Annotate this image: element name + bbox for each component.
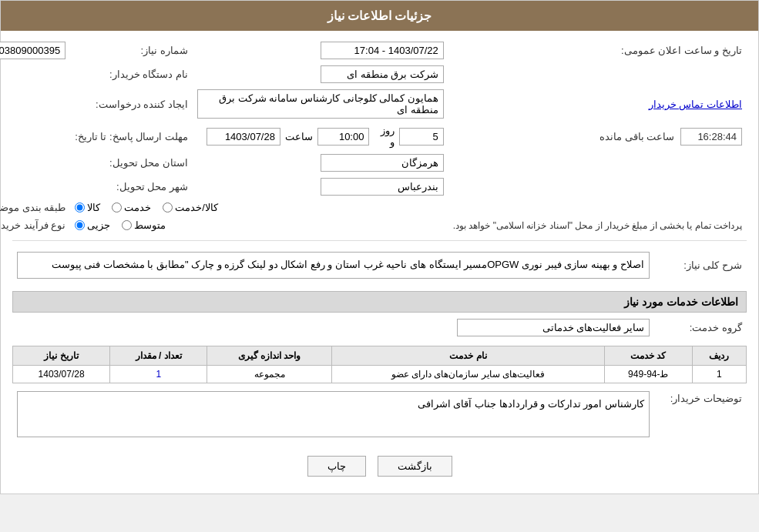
services-section-title: اطلاعات خدمات مورد نیاز <box>12 291 747 313</box>
process-label: نوع فرآیند خرید : <box>0 216 70 234</box>
category-khedmat[interactable]: خدمت <box>112 202 151 213</box>
deadline-date: 1403/07/28 <box>207 128 280 146</box>
cell-qty: 1 <box>110 365 207 383</box>
buyer-desc-label: توضیحات خریدار: <box>654 388 747 440</box>
cell-date: 1403/07/28 <box>13 365 110 383</box>
services-table: ردیف کد خدمت نام خدمت واحد اندازه گیری ت… <box>12 346 747 383</box>
deadline-days-label: روز و <box>374 125 394 148</box>
tender-number-value: 1103003809000395 <box>0 42 65 59</box>
category-khedmat-label: خدمت <box>124 202 151 213</box>
category-kala-label: کالا <box>87 202 100 213</box>
category-label: طبقه بندی موضوعی: <box>0 199 70 216</box>
creator-label: ایجاد کننده درخواست: <box>70 86 193 122</box>
description-value: اصلاح و بهینه سازی فیبر نوری OPGWمسیر ای… <box>17 252 650 279</box>
col-name: نام خدمت <box>331 346 604 365</box>
province-value: هرمزگان <box>321 154 444 172</box>
creator-value: همایون کمالی کلوجانی کارشناس سامانه شرکت… <box>197 89 444 119</box>
cell-name: فعالیت‌های سایر سازمان‌های دارای عضو <box>331 365 604 383</box>
deadline-remaining-label: ساعت باقی مانده <box>599 131 674 142</box>
col-unit: واحد اندازه گیری <box>207 346 332 365</box>
deadline-days: 5 <box>399 128 444 146</box>
description-label: شرح کلی نیاز: <box>654 246 747 285</box>
back-button[interactable]: بازگشت <box>378 456 452 477</box>
service-group-label: گروه خدمت: <box>654 316 747 340</box>
buyer-org-value: شرکت برق منطقه ای <box>321 65 444 83</box>
process-jozi[interactable]: جزیی <box>75 219 110 231</box>
city-value: بندرعباس <box>321 178 444 196</box>
cell-code: ط-94-949 <box>605 365 693 383</box>
process-jozi-label: جزیی <box>87 219 110 231</box>
col-date: تاریخ نیاز <box>13 346 110 365</box>
province-label: استان محل تحویل: <box>70 151 193 175</box>
col-qty: تعداد / مقدار <box>110 346 207 365</box>
button-row: بازگشت چاپ <box>12 447 747 486</box>
cell-unit: مجموعه <box>207 365 332 383</box>
page-title: جزئیات اطلاعات نیاز <box>327 9 432 22</box>
buyer-org-label: نام دستگاه خریدار: <box>70 62 193 86</box>
cell-row: 1 <box>692 365 746 383</box>
category-kala-khedmat[interactable]: کالا/خدمت <box>163 202 218 213</box>
category-kala-khedmat-label: کالا/خدمت <box>175 202 218 213</box>
deadline-remaining: 16:28:44 <box>680 128 742 146</box>
process-note: پرداخت تمام یا بخشی از مبلغ خریدار از مح… <box>453 220 742 231</box>
buyer-desc-value: کارشناس امور تدارکات و قراردادها جناب آق… <box>17 391 650 437</box>
deadline-time: 10:00 <box>317 128 370 146</box>
contact-link[interactable]: اطلاعات تماس خریدار <box>649 99 742 110</box>
category-kala[interactable]: کالا <box>75 202 100 213</box>
print-button[interactable]: چاپ <box>307 456 366 477</box>
col-code: کد خدمت <box>605 346 693 365</box>
deadline-label: مهلت ارسال پاسخ: تا تاریخ: <box>70 122 193 151</box>
service-group-value: سایر فعالیت‌های خدماتی <box>457 319 650 336</box>
page-header: جزئیات اطلاعات نیاز <box>1 1 758 31</box>
process-motavaset[interactable]: متوسط <box>122 219 166 231</box>
table-row: 1 ط-94-949 فعالیت‌های سایر سازمان‌های دا… <box>13 365 747 383</box>
announce-date-value: 1403/07/22 - 17:04 <box>321 42 444 59</box>
process-motavaset-label: متوسط <box>134 219 166 231</box>
deadline-time-label: ساعت <box>285 131 313 142</box>
city-label: شهر محل تحویل: <box>70 175 193 199</box>
announce-date-label: تاریخ و ساعت اعلان عمومی: <box>448 38 747 62</box>
col-row: ردیف <box>692 346 746 365</box>
tender-number-label: شماره نیاز: <box>70 38 193 62</box>
